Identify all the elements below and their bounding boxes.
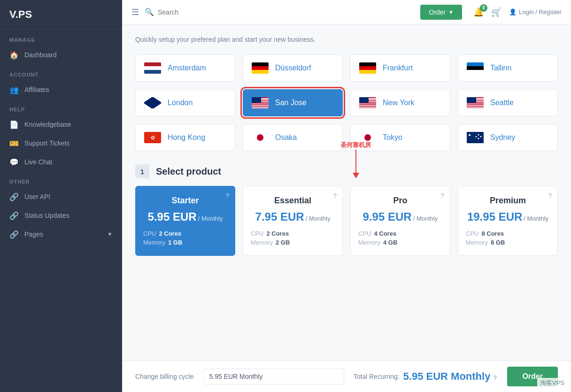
- header-icons: 🔔 0 🛒 👤 Login / Register: [473, 7, 562, 17]
- sidebar-item-label-live-chat: Live Chat: [24, 158, 113, 166]
- sidebar-item-label-support-tickets: Support Tickets: [24, 139, 113, 147]
- product-specs-essential: CPU 2 Cores Memory 2 GB: [251, 230, 335, 246]
- product-card-essential[interactable]: ? Essential 7.95 EUR / Monthly CPU 2 Cor…: [243, 186, 343, 256]
- product-period-starter: / Monthly: [198, 215, 223, 222]
- flag-jp: [359, 132, 376, 143]
- page-subtitle: Quickly setup your prefered plan and sta…: [135, 36, 558, 43]
- notification-button[interactable]: 🔔 0: [473, 7, 484, 17]
- flag-us: [359, 97, 376, 108]
- svg-point-3: [480, 136, 482, 138]
- location-card-osaka[interactable]: Osaka: [243, 124, 343, 151]
- flag-de: [252, 62, 269, 74]
- location-card-frankfurt[interactable]: Frankfurt: [350, 54, 450, 82]
- knowledgebase-icon: 📄: [9, 120, 19, 129]
- sidebar-item-label-knowledgebase: Knowledgebase: [24, 121, 113, 128]
- search-wrapper: 🔍: [145, 8, 415, 16]
- location-card-hong-kong[interactable]: ✿ Hong Kong: [135, 124, 235, 151]
- sidebar-section-account: ACCOUNT: [0, 64, 122, 80]
- location-name-seattle: Seattle: [490, 99, 514, 107]
- billing-label: Change billing cycle: [135, 373, 194, 380]
- product-card-starter[interactable]: ? Starter 5.95 EUR / Monthly CPU 2 Cores…: [135, 186, 235, 256]
- spec-memory-row-premium: Memory 8 GB: [466, 239, 550, 246]
- location-name-dusseldorf: Düsseldorf: [275, 64, 311, 72]
- location-name-sydney: Sydney: [490, 133, 515, 142]
- cpu-label-starter: CPU: [143, 230, 156, 237]
- product-specs-premium: CPU 8 Cores Memory 8 GB: [466, 230, 550, 246]
- product-help-icon-premium[interactable]: ?: [548, 192, 552, 200]
- spec-cpu-row-premium: CPU 8 Cores: [466, 230, 550, 237]
- sidebar-item-live-chat[interactable]: 💬 Live Chat: [0, 153, 122, 171]
- flag-jp: [252, 132, 269, 143]
- main-content: ☰ 🔍 Order ▼ 🔔 0 🛒 👤 Login / Register Qui…: [122, 0, 571, 392]
- spec-cpu-row-essential: CPU 2 Cores: [251, 230, 335, 237]
- cpu-label-pro: CPU: [358, 230, 371, 237]
- flag-us: [252, 97, 269, 108]
- memory-value-starter: 1 GB: [168, 239, 182, 246]
- svg-point-5: [476, 136, 477, 138]
- cart-button[interactable]: 🛒: [491, 7, 502, 17]
- location-grid: Amsterdam Düsseldorf Frankfurt Tallinn L…: [135, 54, 558, 151]
- content-area: Quickly setup your prefered plan and sta…: [122, 24, 571, 361]
- product-specs-pro: CPU 4 Cores Memory 4 GB: [358, 230, 442, 246]
- support-tickets-icon: 🎫: [9, 138, 19, 148]
- product-help-icon-pro[interactable]: ?: [440, 192, 444, 200]
- product-price-starter: 5.95 EUR: [148, 210, 197, 223]
- location-name-tokyo: Tokyo: [383, 133, 402, 142]
- sidebar: V.PS MANAGE 🏠 Dashboard ACCOUNT 👥 Affili…: [0, 0, 122, 392]
- memory-label-starter: Memory: [143, 239, 165, 246]
- location-card-tokyo[interactable]: Tokyo: [350, 124, 450, 151]
- sidebar-item-support-tickets[interactable]: 🎫 Support Tickets: [0, 134, 122, 153]
- watermark: 淘客VPS: [537, 378, 567, 388]
- sidebar-section-manage: MANAGE: [0, 30, 122, 46]
- sidebar-item-affiliates[interactable]: 👥 Affiliates: [0, 80, 122, 99]
- location-card-new-york[interactable]: New York: [350, 89, 450, 116]
- bottom-bar: Change billing cycle 5.95 EUR Monthly16.…: [122, 361, 571, 392]
- flag-hk: ✿: [144, 132, 161, 143]
- product-grid: ? Starter 5.95 EUR / Monthly CPU 2 Cores…: [135, 186, 558, 256]
- affiliates-icon: 👥: [9, 85, 19, 94]
- location-card-san-jose[interactable]: San Jose: [243, 89, 343, 116]
- sidebar-item-dashboard[interactable]: 🏠 Dashboard: [0, 46, 122, 64]
- header: ☰ 🔍 Order ▼ 🔔 0 🛒 👤 Login / Register: [122, 0, 571, 24]
- sidebar-item-knowledgebase[interactable]: 📄 Knowledgebase: [0, 115, 122, 134]
- memory-label-premium: Memory: [466, 239, 488, 246]
- product-price-premium: 19.95 EUR: [467, 210, 522, 223]
- memory-label-essential: Memory: [251, 239, 273, 246]
- pages-icon: 🔗: [9, 230, 19, 239]
- location-name-new-york: New York: [383, 99, 415, 107]
- location-card-dusseldorf[interactable]: Düsseldorf: [243, 54, 343, 82]
- product-card-pro[interactable]: ? Pro 9.95 EUR / Monthly CPU 4 Cores Mem…: [350, 186, 450, 256]
- order-button[interactable]: Order ▼: [420, 5, 462, 20]
- status-updates-icon: 🔗: [9, 211, 19, 220]
- sidebar-item-pages[interactable]: 🔗 Pages ▼: [0, 225, 122, 244]
- chevron-down-icon: ▼: [107, 231, 113, 238]
- location-card-seattle[interactable]: Seattle: [458, 89, 558, 116]
- menu-icon[interactable]: ☰: [131, 7, 139, 17]
- product-card-premium[interactable]: ? Premium 19.95 EUR / Monthly CPU 8 Core…: [458, 186, 558, 256]
- product-price-essential: 7.95 EUR: [255, 210, 304, 223]
- location-name-london: London: [168, 99, 193, 107]
- location-card-amsterdam[interactable]: Amsterdam: [135, 54, 235, 82]
- sidebar-item-user-api[interactable]: 🔗 User API: [0, 187, 122, 206]
- login-button[interactable]: 👤 Login / Register: [509, 8, 562, 15]
- annotation-container: 圣何塞机房 1 Select product: [135, 164, 558, 178]
- total-wrapper: Total Recurring: 5.95 EUR Monthly ?: [354, 370, 498, 383]
- svg-rect-0: [467, 132, 484, 143]
- billing-select[interactable]: 5.95 EUR Monthly16.95 EUR Quarterly32.95…: [203, 369, 344, 384]
- location-name-tallinn: Tallinn: [490, 64, 511, 72]
- location-card-london[interactable]: London: [135, 89, 235, 116]
- order-chevron-icon: ▼: [448, 9, 454, 15]
- total-help-icon[interactable]: ?: [494, 374, 497, 381]
- sidebar-item-status-updates[interactable]: 🔗 Status Updates: [0, 206, 122, 225]
- location-name-hong-kong: Hong Kong: [168, 133, 205, 142]
- location-card-tallinn[interactable]: Tallinn: [458, 54, 558, 82]
- cpu-value-starter: 2 Cores: [159, 230, 181, 237]
- sidebar-item-label-user-api: User API: [24, 193, 113, 200]
- product-price-wrapper-starter: 5.95 EUR / Monthly: [143, 210, 227, 223]
- total-price: 5.95 EUR Monthly ?: [403, 370, 497, 383]
- search-input[interactable]: [158, 8, 415, 16]
- product-help-icon-essential[interactable]: ?: [333, 192, 337, 200]
- flag-gb: [144, 97, 161, 108]
- product-help-icon-starter[interactable]: ?: [225, 192, 229, 200]
- location-card-sydney[interactable]: Sydney: [458, 124, 558, 151]
